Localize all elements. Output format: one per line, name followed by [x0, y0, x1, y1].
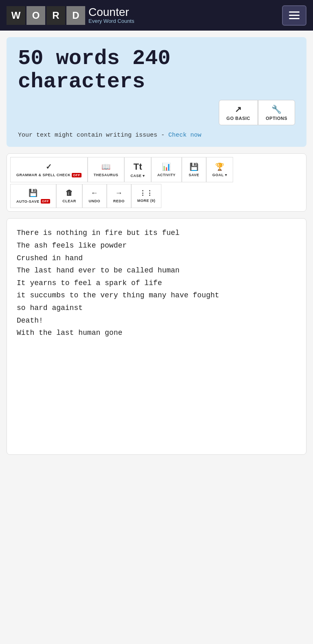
clear-button[interactable]: 🗑 CLEAR	[56, 184, 82, 208]
more-label: MORE (9)	[137, 199, 156, 203]
undo-label: UNDO	[88, 199, 100, 203]
thesaurus-icon: 📖	[101, 162, 110, 171]
more-button[interactable]: ⋮⋮ MORE (9)	[131, 184, 162, 208]
redo-label: REDO	[113, 199, 125, 203]
goal-icon: 🏆	[215, 162, 224, 171]
redo-button[interactable]: → REDO	[107, 184, 131, 208]
logo-counter: Counter Every Word Counts	[88, 7, 134, 24]
redo-icon: →	[115, 189, 123, 197]
options-label: OPTIONS	[266, 116, 287, 121]
goal-button[interactable]: 🏆 GOAL ▾	[206, 157, 233, 182]
hamburger-line-2	[289, 15, 300, 16]
clear-label: CLEAR	[62, 199, 76, 203]
grammar-spell-check-button[interactable]: ✓ GRAMMAR & SPELL CHECK OFF	[10, 157, 88, 182]
text-line: so hard against	[17, 302, 296, 314]
undo-icon: ←	[91, 189, 98, 197]
text-line: The ash feels like powder	[17, 239, 296, 252]
hamburger-line-1	[289, 11, 300, 13]
options-icon: 🔧	[271, 104, 282, 114]
logo-o: O	[26, 6, 45, 25]
go-basic-icon: ↗	[235, 104, 242, 114]
stats-heading: 50 words 240 characters	[18, 47, 295, 93]
grammar-off-badge: OFF	[72, 173, 82, 177]
grammar-label: GRAMMAR & SPELL CHECK OFF	[16, 173, 82, 177]
autosave-icon: 💾	[29, 188, 37, 197]
autosave-label: AUTO-SAVE OFF	[16, 199, 50, 204]
go-basic-label: GO BASIC	[227, 116, 250, 121]
logo-area: W O R D Counter Every Word Counts	[7, 6, 134, 25]
counter-text: Counter	[88, 7, 134, 18]
text-line: With the last human gone	[17, 327, 296, 339]
logo-w: W	[7, 6, 25, 25]
autosave-button[interactable]: 💾 AUTO-SAVE OFF	[10, 184, 56, 208]
text-line: Death!	[17, 314, 296, 327]
logo-r: R	[46, 6, 65, 25]
tagline: Every Word Counts	[88, 18, 134, 24]
writing-issues-text: Your text might contain writing issues -…	[18, 132, 295, 139]
activity-button[interactable]: 📊 ACTIVITY	[151, 157, 182, 182]
case-button[interactable]: Tt CASE ▾	[124, 157, 151, 182]
text-line: It yearns to feel a spark of life	[17, 277, 296, 290]
writing-issues-static: Your text might contain writing issues -	[18, 132, 165, 139]
header: W O R D Counter Every Word Counts	[0, 0, 313, 31]
hamburger-button[interactable]	[282, 5, 306, 26]
undo-button[interactable]: ← UNDO	[82, 184, 107, 208]
options-button[interactable]: 🔧 OPTIONS	[258, 100, 295, 125]
logo-d: D	[66, 6, 85, 25]
save-icon: 💾	[190, 162, 198, 171]
thesaurus-button[interactable]: 📖 THESAURUS	[88, 157, 125, 182]
text-display[interactable]: There is nothing in fire but its fuel Th…	[7, 218, 306, 455]
autosave-off-badge: OFF	[41, 199, 51, 204]
goal-label: GOAL ▾	[212, 173, 227, 177]
stats-buttons: ↗ GO BASIC 🔧 OPTIONS	[18, 100, 295, 125]
toolbar-row-2: 💾 AUTO-SAVE OFF 🗑 CLEAR ← UNDO → REDO ⋮⋮	[10, 184, 303, 208]
clear-icon: 🗑	[66, 189, 73, 197]
more-icon: ⋮⋮	[139, 189, 153, 197]
thesaurus-label: THESAURUS	[94, 173, 119, 177]
main-content: 50 words 240 characters ↗ GO BASIC 🔧 OPT…	[0, 31, 313, 461]
text-line: There is nothing in fire but its fuel	[17, 227, 296, 239]
go-basic-button[interactable]: ↗ GO BASIC	[219, 100, 258, 125]
hamburger-line-3	[289, 18, 300, 19]
text-line: The last hand ever to be called human	[17, 264, 296, 277]
case-icon: Tt	[133, 162, 142, 172]
stats-card: 50 words 240 characters ↗ GO BASIC 🔧 OPT…	[7, 37, 306, 147]
grammar-icon: ✓	[46, 162, 52, 171]
case-label: CASE ▾	[130, 174, 145, 178]
save-label: SAVE	[189, 173, 199, 177]
toolbar-card: ✓ GRAMMAR & SPELL CHECK OFF 📖 THESAURUS …	[7, 153, 306, 212]
check-now-link[interactable]: Check now	[168, 132, 201, 139]
activity-label: ACTIVITY	[157, 173, 176, 177]
activity-icon: 📊	[162, 162, 171, 171]
text-line: Crushed in hand	[17, 252, 296, 265]
toolbar-row-1: ✓ GRAMMAR & SPELL CHECK OFF 📖 THESAURUS …	[10, 157, 303, 182]
save-button[interactable]: 💾 SAVE	[182, 157, 206, 182]
text-line: it succumbs to the very thing many have …	[17, 289, 296, 302]
logo-tiles: W O R D	[7, 6, 85, 25]
